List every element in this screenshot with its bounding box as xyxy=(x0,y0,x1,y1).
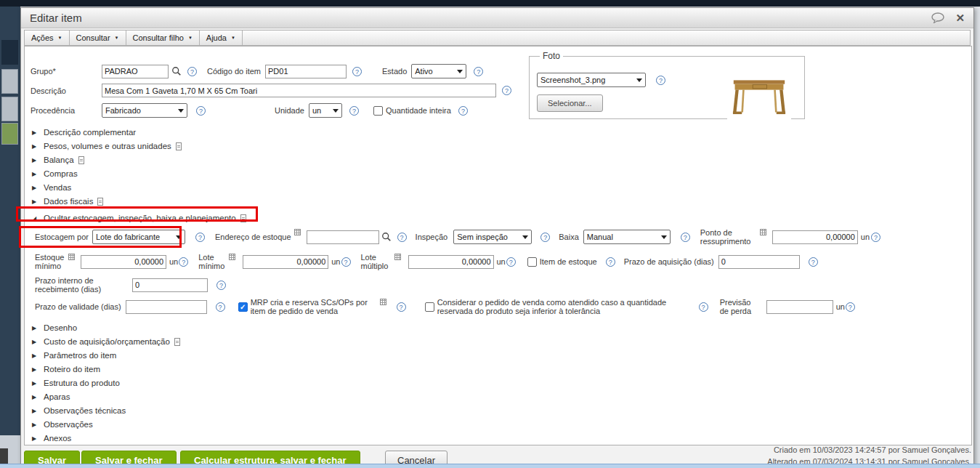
grid-lookup-icon[interactable] xyxy=(68,254,75,260)
mrp-checkbox[interactable] xyxy=(238,302,248,312)
item-de-estoque-checkbox[interactable] xyxy=(527,257,537,267)
prazo-interno-input[interactable] xyxy=(132,278,208,292)
search-icon[interactable] xyxy=(171,66,182,76)
collapsed-arrow-icon xyxy=(32,171,39,177)
help-icon[interactable] xyxy=(195,233,205,242)
previsao-perda-input[interactable] xyxy=(766,300,833,314)
ponto-ressuprimento-input[interactable] xyxy=(772,230,858,244)
created-stamp: Criado em 10/03/2023 14:24:57 por Samuel… xyxy=(774,445,971,454)
menubar: Ações Consultar Consultar filho Ajuda xyxy=(24,30,971,46)
help-icon[interactable] xyxy=(196,106,206,116)
help-icon[interactable] xyxy=(187,67,197,76)
section-pesos-volumes[interactable]: Pesos, volumes e outras unidades xyxy=(32,140,182,152)
prazo-validade-input[interactable] xyxy=(126,300,207,314)
help-icon[interactable] xyxy=(681,233,690,242)
grid-lookup-icon[interactable] xyxy=(760,229,766,235)
help-icon[interactable] xyxy=(352,67,362,76)
grid-lookup-icon[interactable] xyxy=(294,229,301,235)
quantidade-inteira-checkbox[interactable] xyxy=(373,106,383,116)
codigo-item-input[interactable] xyxy=(265,65,347,78)
document-icon xyxy=(174,338,180,346)
inspecao-select[interactable]: Sem inspeção xyxy=(453,230,532,244)
selecionar-button[interactable]: Selecionar... xyxy=(537,94,603,112)
section-roteiro-item[interactable]: Roteiro do item xyxy=(32,363,100,375)
help-icon[interactable] xyxy=(474,67,483,76)
section-aparas[interactable]: Aparas xyxy=(32,391,70,403)
search-icon[interactable] xyxy=(381,232,392,242)
help-icon[interactable] xyxy=(809,257,818,267)
grid-lookup-icon[interactable] xyxy=(229,254,235,260)
help-icon[interactable] xyxy=(606,257,615,267)
section-observacoes-tecnicas[interactable]: Observações técnicas xyxy=(32,405,126,416)
dialog-title: Editar item xyxy=(30,12,82,24)
section-estrutura-produto[interactable]: Estrutura do produto xyxy=(32,377,120,389)
prazo-aquisicao-label: Prazo de aquisição (dias) xyxy=(624,257,714,266)
help-icon[interactable] xyxy=(397,302,406,312)
estoque-minimo-input[interactable] xyxy=(81,255,166,269)
product-photo xyxy=(727,67,791,119)
close-icon[interactable]: ✕ xyxy=(955,12,965,23)
background-titlebar xyxy=(0,0,980,7)
collapsed-arrow-icon xyxy=(32,129,39,136)
dialog-titlebar: Editar item ✕ xyxy=(21,8,973,28)
grupo-label: Grupo* xyxy=(31,67,102,76)
un-suffix: un xyxy=(331,257,340,266)
lote-minimo-input[interactable] xyxy=(243,255,328,269)
help-icon[interactable] xyxy=(656,76,665,85)
help-icon[interactable] xyxy=(506,257,516,267)
baixa-select[interactable]: Manual xyxy=(583,230,671,244)
section-dados-fiscais[interactable]: Dados fiscais xyxy=(32,195,103,207)
background-toolbar-button xyxy=(1,40,18,65)
help-icon[interactable] xyxy=(349,106,359,116)
menu-acoes[interactable]: Ações xyxy=(25,31,70,45)
help-icon[interactable] xyxy=(871,233,880,242)
menu-ajuda[interactable]: Ajuda xyxy=(200,31,243,45)
help-icon[interactable] xyxy=(458,106,468,116)
help-icon[interactable] xyxy=(216,281,226,290)
estocagem-por-select[interactable]: Lote do fabricante xyxy=(92,230,185,244)
section-parametros-item[interactable]: Parâmetros do item xyxy=(32,350,116,361)
help-icon[interactable] xyxy=(341,257,351,267)
prazo-aquisicao-input[interactable] xyxy=(718,255,800,269)
help-icon[interactable] xyxy=(179,257,188,267)
help-icon[interactable] xyxy=(216,302,225,312)
collapsed-arrow-icon xyxy=(32,352,39,359)
help-icon[interactable] xyxy=(502,86,511,95)
help-icon[interactable] xyxy=(397,233,407,242)
collapsed-arrow-icon xyxy=(32,339,39,345)
considerar-pedido-checkbox[interactable] xyxy=(425,302,434,312)
help-icon[interactable] xyxy=(846,302,855,312)
section-desenho[interactable]: Desenho xyxy=(32,322,77,334)
unidade-label: Unidade xyxy=(275,106,304,115)
document-icon xyxy=(176,142,182,150)
section-ocultar-estocagem[interactable]: Ocultar estocagem, inspeção, baixa e pla… xyxy=(32,212,246,224)
help-icon[interactable] xyxy=(540,233,550,242)
section-vendas[interactable]: Vendas xyxy=(32,182,71,193)
section-observacoes[interactable]: Observações xyxy=(32,419,93,430)
grid-lookup-icon[interactable] xyxy=(394,254,401,260)
unidade-select[interactable]: un xyxy=(309,103,342,118)
grupo-input[interactable] xyxy=(102,65,169,78)
endereco-estoque-input[interactable] xyxy=(307,230,379,244)
previsao-perda-label: Previsão de perda xyxy=(720,298,761,315)
collapsed-arrow-icon xyxy=(32,325,39,331)
foto-file-select[interactable]: Screenshot_3.png xyxy=(537,73,646,87)
estado-select[interactable]: Ativo xyxy=(411,64,466,78)
menu-consultar[interactable]: Consultar xyxy=(70,31,126,45)
descricao-input[interactable] xyxy=(102,84,496,97)
section-custo-aquisicao[interactable]: Custo de aquisição/orçamentação xyxy=(32,336,180,347)
menu-consultar-filho[interactable]: Consultar filho xyxy=(126,31,200,45)
section-balanca[interactable]: Balança xyxy=(32,154,84,166)
section-descricao-complementar[interactable]: Descrição complementar xyxy=(32,126,136,138)
comment-bubble-icon[interactable] xyxy=(931,12,945,23)
help-icon[interactable] xyxy=(699,302,708,312)
grid-lookup-icon[interactable] xyxy=(380,299,386,305)
section-anexos[interactable]: Anexos xyxy=(32,432,71,444)
foto-legend: Foto xyxy=(540,51,563,61)
procedencia-select[interactable]: Fabricado xyxy=(102,103,187,118)
section-compras[interactable]: Compras xyxy=(32,168,78,179)
un-suffix: un xyxy=(836,302,845,311)
lote-multiplo-input[interactable] xyxy=(408,255,494,269)
estoque-minimo-label: Estoque mínimo xyxy=(35,253,68,270)
codigo-item-label: Código do item xyxy=(207,67,261,76)
